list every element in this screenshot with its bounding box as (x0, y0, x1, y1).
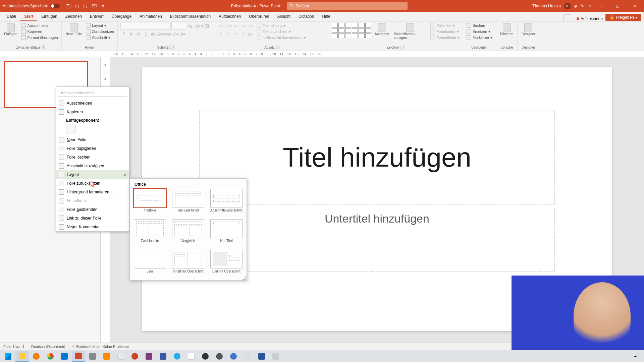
tab-einfuegen[interactable]: Einfügen (37, 12, 61, 21)
ctx-link-slide[interactable]: Link zu dieser Folie (56, 214, 129, 223)
ctx-new-comment[interactable]: Neuer Kommentar (56, 223, 129, 231)
layout-abschnitt[interactable]: Abschnitts-überschrift (210, 189, 243, 216)
ctx-copy[interactable]: Kopieren (56, 108, 129, 116)
case-button[interactable]: Aa▾ (165, 31, 171, 38)
ribbon-mode-button[interactable] (563, 14, 571, 21)
record-button[interactable]: Aufzeichnen (574, 16, 605, 21)
tab-hilfe[interactable]: Hilfe (318, 12, 334, 21)
explorer-icon[interactable] (15, 351, 29, 362)
shape-outline-button[interactable]: Formkontur ▾ (430, 29, 460, 34)
shadow-button[interactable]: ab (150, 31, 157, 38)
firefox-icon[interactable] (30, 351, 43, 362)
layout-titelfolie[interactable]: Titelfolie (133, 189, 167, 216)
redo-icon[interactable] (82, 2, 89, 10)
minimize-button[interactable]: — (594, 0, 608, 12)
share-button[interactable]: 🔒 Freigeben ▾ (605, 14, 641, 21)
outlook-icon[interactable] (58, 351, 71, 362)
tab-ansicht[interactable]: Ansicht (273, 12, 294, 21)
system-tray[interactable]: ☁ 1 (633, 354, 643, 358)
underline-button[interactable]: U (135, 31, 142, 38)
powerpoint-icon[interactable] (72, 351, 85, 362)
status-slide-count[interactable]: Folie 1 von 1 (3, 345, 24, 349)
layout-vergleich[interactable]: Vergleich (171, 219, 205, 246)
notes-icon[interactable]: ✎ (581, 4, 584, 8)
tab-animationen[interactable]: Animationen (136, 12, 166, 21)
clear-format-icon[interactable]: A⌫ (202, 23, 208, 29)
ctx-cut[interactable]: Ausschneiden (56, 99, 129, 108)
resize-grip-icon[interactable] (243, 276, 246, 280)
undo-icon[interactable] (73, 2, 80, 10)
section-button[interactable]: Abschnitt ▾ (85, 35, 115, 40)
font-size-combo[interactable] (171, 23, 186, 29)
font-family-combo[interactable] (120, 23, 171, 29)
layout-zwei-inhalte[interactable]: Zwei Inhalte (133, 219, 167, 246)
smartart-button[interactable]: In SmartArt konvertieren ▾ (256, 35, 307, 40)
ctx-duplicate-slide[interactable]: Folie duplizieren (56, 144, 129, 153)
align-right-button[interactable]: ≡ (232, 31, 239, 38)
ctx-format-background[interactable]: Hintergrund formatieren... (56, 188, 129, 196)
layout-leer[interactable]: Leer (133, 250, 167, 277)
tab-entwurf[interactable]: Entwurf (86, 12, 108, 21)
highlight-button[interactable]: 🖊▾ (172, 31, 179, 38)
shape-fill-button[interactable]: Fülleffekt ▾ (430, 23, 460, 28)
app-icon-6[interactable] (227, 351, 240, 362)
linespacing-button[interactable]: ↕▾ (247, 23, 254, 29)
select-button[interactable]: Markieren ▾ (466, 35, 493, 40)
align-left-button[interactable]: ≡ (218, 31, 224, 38)
menu-search-input[interactable]: Menüs durchsuchen (58, 89, 127, 97)
arrange-button[interactable]: Anordnen (373, 23, 390, 37)
tab-uebergaenge[interactable]: Übergänge (108, 12, 136, 21)
ctx-hide-slide[interactable]: Folie ausblenden (56, 205, 129, 214)
autosave-toggle[interactable]: Automatisches Speichern (0, 4, 62, 8)
bold-button[interactable]: F (120, 31, 127, 38)
align-center-button[interactable]: ≡ (225, 31, 232, 38)
font-dialog-launcher[interactable]: ↘ (172, 46, 175, 49)
paragraph-dialog-launcher[interactable]: ↘ (276, 46, 279, 49)
ctx-add-section[interactable]: Abschnitt hinzufügen (56, 162, 129, 170)
app-icon-5[interactable] (213, 351, 226, 362)
tab-dictation[interactable]: Dictation (294, 12, 318, 21)
subtitle-placeholder[interactable]: Untertitel hinzufügen (199, 208, 555, 272)
indent-button[interactable]: ⇥ (240, 23, 247, 29)
layout-bild-ueberschrift[interactable]: Bild mit Überschrift (210, 250, 243, 277)
format-painter-button[interactable]: Format übertragen (20, 35, 58, 40)
obs-icon[interactable] (199, 351, 212, 362)
save-icon[interactable] (64, 2, 72, 10)
tab-bildschirmpraesentation[interactable]: Bildschirmpräsentation (166, 12, 215, 21)
display-icon[interactable]: ▭ (587, 4, 591, 8)
status-accessibility[interactable]: ✓ Barrierefreiheit: Keine Probleme (72, 344, 129, 349)
increase-font-icon[interactable]: A▴ (187, 23, 194, 29)
font-color-button[interactable]: A▾ (179, 31, 186, 38)
title-placeholder[interactable]: Titel hinzufügen (199, 111, 555, 204)
copy-button[interactable]: Kopieren (20, 29, 58, 34)
ctx-new-slide[interactable]: Neue Folie (56, 135, 129, 144)
slideshow-icon[interactable] (91, 2, 98, 10)
vlc-icon[interactable] (100, 351, 113, 362)
columns-button[interactable]: ▦▾ (247, 31, 254, 38)
onenote-icon[interactable] (142, 351, 156, 362)
shape-effects-button[interactable]: Formeffekte ▾ (430, 35, 460, 40)
coming-soon-icon[interactable]: ◈ (574, 4, 577, 8)
outdent-button[interactable]: ⇤ (232, 23, 239, 29)
start-button[interactable] (1, 351, 15, 362)
app-icon-7[interactable] (241, 351, 254, 362)
tab-datei[interactable]: Datei (3, 12, 20, 21)
telegram-icon[interactable] (170, 351, 184, 362)
text-direction-button[interactable]: Textrichtung ▾ (256, 23, 307, 28)
cut-button[interactable]: Ausschneiden (20, 23, 58, 28)
layout-button[interactable]: Layout ▾ (85, 23, 115, 28)
strike-button[interactable]: S (143, 31, 149, 38)
italic-button[interactable]: K (128, 31, 135, 38)
app-icon-2[interactable] (114, 351, 127, 362)
paste-option-button[interactable] (66, 124, 75, 133)
app-icon-1[interactable] (86, 351, 99, 362)
maximize-button[interactable]: ◻ (611, 0, 625, 12)
tab-zeichnen[interactable]: Zeichnen (61, 12, 86, 21)
find-button[interactable]: Suchen (466, 23, 493, 28)
close-button[interactable]: ✕ (628, 0, 641, 12)
paste-button[interactable]: Einfügen (3, 23, 18, 37)
app-icon-8[interactable] (269, 351, 282, 362)
user-avatar[interactable]: TH (564, 3, 571, 9)
quickstyles-button[interactable]: Schnellformat-vorlagen (392, 23, 428, 40)
new-slide-button[interactable]: Neue Folie (64, 23, 83, 37)
